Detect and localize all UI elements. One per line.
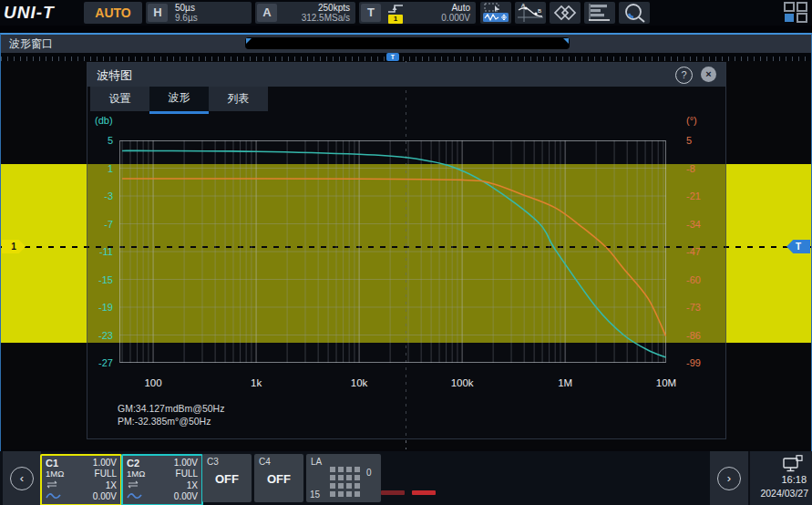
phase_deg-curve	[122, 179, 666, 336]
ch2-scale: 1.00V	[174, 458, 198, 469]
logic-analyzer-tile[interactable]: LA 0 15	[306, 454, 381, 502]
memory-position-indicator[interactable]	[245, 37, 570, 49]
phase-margin-readout: PM:-32.385m°@50Hz	[118, 416, 211, 427]
bode-plot-area[interactable]	[119, 140, 666, 363]
la-bit-square	[330, 467, 335, 472]
la-bit-square	[338, 467, 344, 472]
horizontal-key: H	[148, 4, 168, 22]
la-bit-square	[330, 475, 335, 480]
ch2-impedance: 1MΩ	[127, 469, 170, 479]
chevron-right-icon: ›	[717, 467, 741, 490]
xy-mode-button[interactable]	[550, 2, 581, 24]
statistics-button[interactable]	[584, 2, 615, 24]
run-state-button[interactable]: AUTO	[84, 2, 142, 24]
left-tick: -23	[87, 329, 113, 342]
channel4-tile[interactable]: C4 OFF	[254, 454, 303, 502]
la-low-index: 15	[310, 490, 320, 500]
memory-depth: 250kpts	[277, 3, 350, 13]
left-tick: -3	[87, 190, 113, 202]
ch2-name: C2	[127, 458, 170, 469]
gain-margin-readout: GM:34.127mdBm@50Hz	[118, 403, 224, 414]
la-bit-square	[346, 467, 352, 472]
right-tick: -86	[686, 329, 725, 342]
la-high-index: 0	[366, 468, 372, 478]
trigger-source-badge: 1	[388, 15, 403, 24]
cursor-measure-icon: AB	[517, 3, 544, 23]
system-clock-tile[interactable]: 16:18 2024/03/27	[750, 451, 812, 505]
right-tick: -73	[686, 301, 725, 314]
bode-plot-dialog: 波特图 ? × 设置 波形 列表 (db) (°) 51-3-7-11-15-1…	[87, 62, 726, 439]
left-tick: -15	[87, 273, 113, 286]
trigger-settings-button[interactable]: T 1 Auto 0.000V	[359, 2, 476, 24]
sine-wave-icon	[46, 491, 89, 502]
display-layout-button[interactable]	[781, 1, 810, 25]
left-axis-unit: (db)	[95, 115, 113, 126]
left-tick: -27	[87, 356, 113, 369]
trigger-mode: Auto	[405, 3, 470, 13]
acquire-key: A	[257, 4, 277, 22]
left-tick: -7	[87, 218, 113, 231]
right-tick: -60	[686, 273, 725, 286]
tab-list[interactable]: 列表	[209, 87, 268, 111]
la-bit-square	[330, 483, 335, 489]
left-tick: 5	[87, 134, 113, 147]
search-button[interactable]	[619, 2, 650, 24]
la-bit-square	[338, 491, 344, 497]
ch3-state: OFF	[202, 472, 252, 486]
la-bit-square	[355, 491, 360, 497]
display-layout-icon	[783, 2, 808, 24]
horizontal-ruler: T	[1, 53, 811, 61]
ch2-atten: 1X	[174, 480, 198, 491]
dialog-header[interactable]: 波特图 ? ×	[87, 63, 725, 87]
horizontal-settings-button[interactable]: H 50µs 9.6µs	[146, 2, 252, 24]
dc-coupling-icon	[127, 480, 170, 491]
la-bit-square	[355, 483, 360, 489]
channel1-tile[interactable]: C1 1.00V 1MΩ FULL 1X 0.00V	[40, 454, 122, 505]
trigger-position-marker[interactable]: T	[386, 53, 399, 61]
xy-mode-icon	[551, 3, 579, 23]
bode-plot-svg	[119, 140, 666, 363]
ch4-name: C4	[259, 457, 271, 467]
brand-logo: UNI-T	[4, 2, 80, 24]
cursor-measure-button[interactable]: AB	[515, 2, 546, 24]
ch2-bandwidth: FULL	[174, 469, 198, 479]
ch3-name: C3	[207, 457, 219, 467]
dc-coupling-icon	[46, 480, 89, 491]
histogram-icon	[586, 3, 613, 23]
trigger-edge-icon	[386, 3, 405, 14]
ch1-scale: 1.00V	[93, 458, 117, 469]
scroll-left-button[interactable]: ‹	[3, 451, 41, 505]
timebase-delay: 9.6µs	[175, 13, 252, 23]
scroll-right-button[interactable]: ›	[710, 451, 748, 505]
right-tick: 5	[686, 134, 725, 147]
help-button[interactable]: ?	[675, 67, 693, 84]
tab-waveform[interactable]: 波形	[149, 87, 209, 114]
waveform-select-button[interactable]	[480, 2, 511, 24]
channel3-tile[interactable]: C3 OFF	[202, 454, 252, 502]
x-tick: 1M	[545, 377, 585, 388]
window-titlebar: 波形窗口	[1, 35, 811, 53]
right-tick: -21	[686, 190, 725, 202]
trigger-key: T	[361, 4, 381, 22]
channel2-tile[interactable]: C2 1.00V 1MΩ FULL 1X 0.00V	[121, 454, 203, 505]
la-bit-square	[346, 475, 352, 480]
top-toolbar: UNI-T AUTO H 50µs 9.6µs A 250kpts 312.5M…	[0, 0, 812, 26]
window-title: 波形窗口	[9, 36, 53, 52]
right-tick: -34	[686, 218, 725, 231]
ch1-atten: 1X	[93, 480, 117, 491]
sample-rate: 312.5MSa/s	[277, 13, 350, 23]
gain_db-curve	[122, 150, 666, 357]
tab-settings[interactable]: 设置	[90, 87, 149, 111]
x-tick: 1k	[236, 377, 276, 388]
x-tick: 10k	[339, 377, 379, 388]
right-tick: -8	[686, 162, 725, 175]
bottom-bar: ‹ C1 1.00V 1MΩ FULL 1X 0.00V C2 1.0	[0, 451, 812, 505]
svg-text:B: B	[538, 8, 541, 14]
la-bit-square	[338, 475, 344, 480]
la-bit-square	[346, 483, 352, 489]
close-icon[interactable]: ×	[701, 67, 716, 82]
right-tick: -47	[686, 245, 725, 258]
acquire-settings-button[interactable]: A 250kpts 312.5MSa/s	[255, 2, 355, 24]
la-channel-grid-icon	[330, 467, 360, 497]
x-tick: 10M	[646, 377, 686, 388]
